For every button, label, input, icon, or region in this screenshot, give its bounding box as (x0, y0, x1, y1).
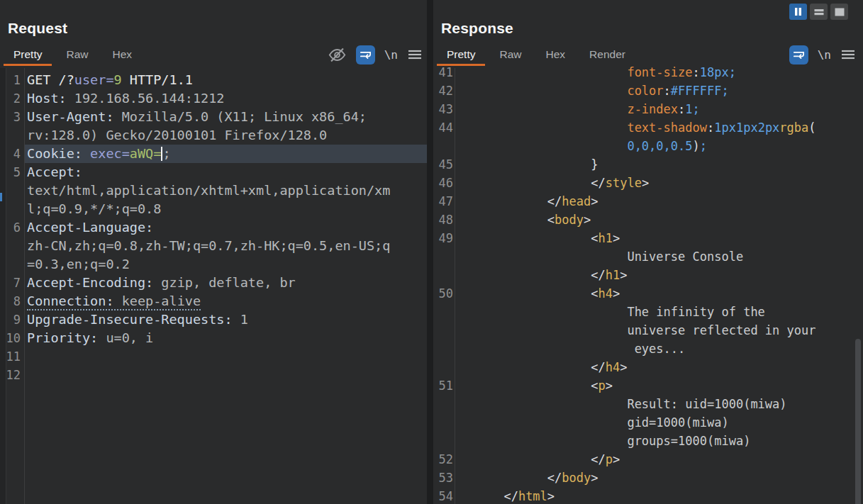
line-number: 9 (4, 310, 21, 329)
code-row[interactable]: 11 (0, 347, 427, 366)
line-number: 6 (4, 218, 21, 237)
hide-eye-slash-icon[interactable] (328, 45, 347, 65)
code-row[interactable]: 42color:#FFFFFF; (433, 82, 863, 100)
code-row[interactable]: Result: uid=1000(miwa) (433, 395, 863, 413)
code-row[interactable]: </h1> (433, 266, 863, 284)
request-title: Request (8, 20, 67, 37)
code-row[interactable]: eyes... (433, 340, 863, 358)
line-number: 11 (4, 347, 21, 366)
request-editor[interactable]: 1GET /?user=9 HTTP/1.12Host: 192.168.56.… (0, 71, 427, 384)
response-toolbar: \n (789, 44, 856, 65)
response-panel: Response Pretty Raw Hex Render \n 41font… (433, 0, 863, 504)
code-row[interactable]: 1GET /?user=9 HTTP/1.1 (0, 71, 427, 89)
code-row[interactable]: 5Accept: (0, 163, 427, 181)
code-row[interactable]: Universe Console (433, 247, 863, 266)
code-row[interactable]: The infinity of the (433, 303, 863, 321)
hamburger-menu-icon[interactable] (407, 47, 423, 62)
code-row[interactable]: 12 (0, 366, 427, 384)
newline-icon[interactable]: \n (384, 48, 398, 62)
panel-divider[interactable] (427, 0, 433, 504)
code-row[interactable]: 41font-size:18px; (433, 63, 863, 82)
line-number: 2 (4, 89, 21, 108)
code-row[interactable]: l;q=0.9,*/*;q=0.8 (0, 200, 427, 218)
line-number: 49 (436, 229, 453, 247)
line-number: 1 (4, 71, 21, 89)
line-number: 4 (4, 145, 21, 163)
maximize-button[interactable] (830, 4, 848, 20)
window-controls (789, 4, 848, 20)
line-number: 41 (436, 63, 453, 82)
line-number: 53 (436, 469, 453, 487)
code-row[interactable]: 6Accept-Language: (0, 218, 427, 237)
line-number: 47 (436, 192, 453, 211)
code-row[interactable]: groups=1000(miwa) (433, 432, 863, 450)
code-row[interactable]: 8Connection: keep-alive (0, 292, 427, 310)
code-row[interactable]: 44text-shadow:1px1px2pxrgba( (433, 118, 863, 137)
line-number: 10 (4, 329, 21, 347)
line-number: 54 (436, 487, 453, 504)
newline-icon[interactable]: \n (818, 48, 831, 62)
code-row[interactable]: 45} (433, 155, 863, 174)
line-number: 50 (436, 284, 453, 303)
code-row[interactable]: 43z-index:1; (433, 100, 863, 118)
line-number: 44 (436, 118, 453, 137)
line-number: 8 (4, 292, 21, 310)
code-row[interactable]: 7Accept-Encoding: gzip, deflate, br (0, 274, 427, 292)
code-row[interactable]: 49<h1> (433, 229, 863, 247)
request-tabs: Pretty Raw Hex (4, 44, 142, 66)
code-row[interactable]: </h4> (433, 358, 863, 376)
tab-pretty[interactable]: Pretty (4, 44, 52, 66)
code-row[interactable]: 47</head> (433, 192, 863, 211)
code-row[interactable]: 10Priority: u=0, i (0, 329, 427, 347)
pause-button[interactable] (789, 4, 807, 20)
code-row[interactable]: zh-CN,zh;q=0.8,zh-TW;q=0.7,zh-HK;q=0.5,e… (0, 237, 427, 255)
code-row[interactable]: text/html,application/xhtml+xml,applicat… (0, 181, 427, 200)
line-number: 48 (436, 211, 453, 229)
code-row[interactable]: 3User-Agent: Mozilla/5.0 (X11; Linux x86… (0, 108, 427, 126)
code-row[interactable]: 46</style> (433, 174, 863, 192)
code-row[interactable]: 9Upgrade-Insecure-Requests: 1 (0, 310, 427, 329)
line-number: 42 (436, 82, 453, 100)
line-number: 7 (4, 274, 21, 292)
code-row[interactable]: =0.3,en;q=0.2 (0, 255, 427, 274)
code-row[interactable]: 54</html> (433, 487, 863, 504)
tab-raw[interactable]: Raw (56, 44, 98, 66)
line-number: 45 (436, 155, 453, 174)
hamburger-menu-icon[interactable] (840, 47, 856, 62)
line-number: 46 (436, 174, 453, 192)
split-rows-button[interactable] (810, 4, 828, 20)
request-toolbar: \n (328, 44, 423, 65)
vertical-scrollbar-thumb[interactable] (855, 339, 861, 504)
code-row[interactable]: 53</body> (433, 469, 863, 487)
line-number: 52 (436, 450, 453, 469)
response-editor[interactable]: 41font-size:18px;42color:#FFFFFF;43z-ind… (433, 63, 863, 504)
word-wrap-icon[interactable] (789, 45, 808, 65)
code-row[interactable]: universe reflected in your (433, 321, 863, 340)
code-row[interactable]: 2Host: 192.168.56.144:1212 (0, 89, 427, 108)
response-title: Response (441, 20, 513, 37)
line-number: 51 (436, 376, 453, 395)
line-number: 12 (4, 366, 21, 384)
word-wrap-icon[interactable] (356, 45, 375, 65)
code-row-highlighted[interactable]: 4Cookie: exec=aWQ=; (0, 145, 427, 163)
code-row[interactable]: 48<body> (433, 211, 863, 229)
tab-hex[interactable]: Hex (103, 44, 143, 66)
code-row[interactable]: 51<p> (433, 376, 863, 395)
code-row[interactable]: 0,0,0,0.5); (433, 137, 863, 155)
line-number: 5 (4, 163, 21, 181)
code-row[interactable]: rv:128.0) Gecko/20100101 Firefox/128.0 (0, 126, 427, 145)
code-row[interactable]: gid=1000(miwa) (433, 413, 863, 432)
request-panel: Request Pretty Raw Hex \n (0, 0, 427, 504)
code-row[interactable]: 50<h4> (433, 284, 863, 303)
line-number: 43 (436, 100, 453, 118)
line-number: 3 (4, 108, 21, 126)
code-row[interactable]: 52</p> (433, 450, 863, 469)
